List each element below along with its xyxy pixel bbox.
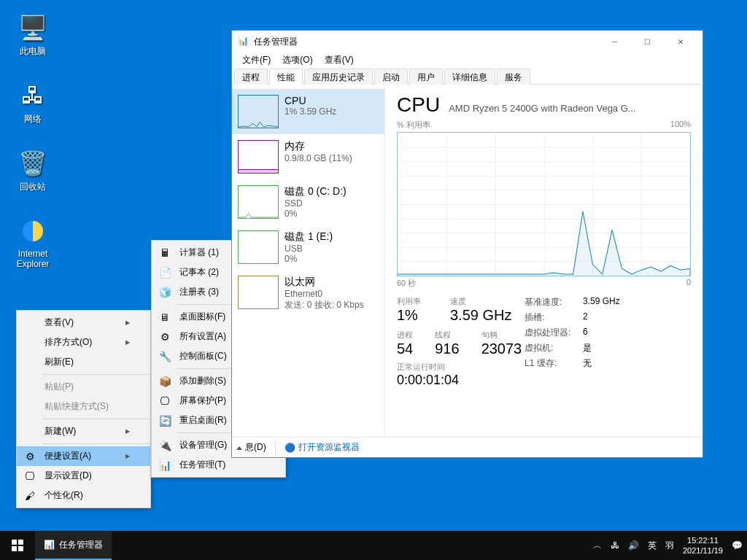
cpu-speed: 3.59 GHz	[450, 307, 511, 324]
separator	[42, 374, 150, 375]
tabs: 进程 性能 应用历史记录 启动 用户 详细信息 服务	[234, 68, 700, 85]
desktop-icon-ie[interactable]: Internet Explorer	[7, 217, 58, 269]
package-icon: 📦	[159, 376, 171, 387]
sidebar-item-disk0[interactable]: 磁盘 0 (C: D:)SSD0%	[232, 179, 384, 225]
desktop-icon: 🖥	[159, 311, 171, 323]
maximize-button[interactable]: ☐	[631, 31, 664, 52]
menu-item-quick-settings[interactable]: ⚙便捷设置(A)▶	[17, 446, 150, 466]
task-manager-window: 📊 任务管理器 ─ ☐ ✕ 文件(F) 选项(O) 查看(V) 进程 性能 应用…	[231, 30, 703, 458]
monitor-icon: 🖥️	[18, 13, 47, 42]
submenu-task-manager[interactable]: 📊任务管理(T)	[152, 455, 285, 475]
app-icon: 📊	[44, 540, 55, 550]
desktop-context-menu: 查看(V)▶ 排序方式(O)▶ 刷新(E) 粘贴(P) 粘贴快捷方式(S) 新建…	[16, 310, 151, 508]
volume-tray-icon[interactable]: 🔊	[628, 540, 639, 551]
app-icon: 📊	[238, 36, 249, 47]
open-resource-monitor-link[interactable]: 🔵打开资源监视器	[285, 441, 360, 454]
separator	[42, 419, 150, 419]
menu-item-sort[interactable]: 排序方式(O)▶	[17, 332, 150, 352]
tab-startup[interactable]: 启动	[374, 69, 408, 85]
tab-processes[interactable]: 进程	[234, 69, 268, 85]
cpu-utilization: 1%	[397, 307, 421, 324]
tab-performance[interactable]: 性能	[269, 69, 303, 85]
performance-sidebar: CPU1% 3.59 GHz 内存0.9/8.0 GB (11%) 磁盘 0 (…	[232, 85, 385, 437]
chevron-right-icon: ▶	[125, 339, 130, 346]
monitor-icon: 🔵	[285, 443, 295, 453]
ime-indicator[interactable]: 英	[648, 540, 657, 552]
menu-options[interactable]: 选项(O)	[276, 52, 318, 68]
desktop-icon-recycle-bin[interactable]: 🗑️ 回收站	[7, 149, 58, 193]
brush-icon: 🖌	[24, 490, 36, 502]
performance-main: CPU AMD Ryzen 5 2400G with Radeon Vega G…	[385, 85, 703, 437]
x-label-left: 60 秒	[397, 278, 416, 289]
monitor-icon: 🖵	[24, 470, 36, 482]
menu-file[interactable]: 文件(F)	[236, 52, 276, 68]
panel-icon: 🔧	[159, 351, 171, 362]
taskbar-item-task-manager[interactable]: 📊 任务管理器	[35, 531, 112, 560]
tab-users[interactable]: 用户	[409, 69, 443, 85]
separator	[275, 441, 276, 454]
ie-icon	[18, 217, 47, 246]
chevron-right-icon: ▶	[125, 428, 130, 435]
mini-graph-cpu	[238, 95, 279, 128]
menu-item-paste: 粘贴(P)	[17, 377, 150, 397]
menu-item-view[interactable]: 查看(V)▶	[17, 313, 150, 332]
device-icon: 🔌	[159, 440, 171, 451]
tab-details[interactable]: 详细信息	[444, 69, 495, 85]
network-tray-icon[interactable]: 🖧	[611, 540, 619, 551]
screen-icon: 🖵	[159, 395, 171, 407]
ime-indicator-2[interactable]: 羽	[665, 540, 674, 552]
tab-services[interactable]: 服务	[497, 69, 530, 85]
desktop-icon-label: 回收站	[7, 181, 58, 193]
mini-graph-ethernet	[238, 276, 279, 309]
menubar: 文件(F) 选项(O) 查看(V)	[232, 52, 703, 68]
titlebar[interactable]: 📊 任务管理器 ─ ☐ ✕	[232, 31, 703, 52]
thread-count: 916	[435, 341, 459, 357]
sidebar-item-ethernet[interactable]: 以太网Ethernet0发送: 0 接收: 0 Kbps	[232, 270, 384, 317]
menu-item-personalize[interactable]: 🖌个性化(R)	[17, 486, 150, 505]
cpu-usage-graph[interactable]	[397, 132, 691, 276]
sidebar-item-memory[interactable]: 内存0.9/8.0 GB (11%)	[232, 134, 384, 179]
trash-icon: 🗑️	[18, 149, 47, 178]
minimize-button[interactable]: ─	[598, 31, 631, 52]
brief-toggle[interactable]: 息(D)	[236, 441, 266, 454]
statusbar: 息(D) 🔵打开资源监视器	[232, 437, 703, 457]
mini-graph-disk0	[238, 185, 279, 219]
window-title: 任务管理器	[254, 36, 298, 48]
sidebar-item-disk1[interactable]: 磁盘 1 (E:)USB0%	[232, 225, 384, 270]
clock[interactable]: 15:22:11 2021/11/19	[683, 535, 723, 556]
menu-item-refresh[interactable]: 刷新(E)	[17, 352, 150, 372]
tray-overflow-button[interactable]: ︿	[593, 540, 602, 552]
menu-item-new[interactable]: 新建(W)▶	[17, 421, 150, 441]
desktop-icon-label: 此电脑	[7, 45, 58, 58]
task-icon: 📊	[159, 459, 171, 471]
calculator-icon: 🖩	[159, 247, 171, 259]
y-label-right: 100%	[670, 120, 691, 131]
action-center-icon[interactable]: 💬	[732, 540, 743, 551]
chevron-up-icon	[236, 446, 242, 450]
x-label-right: 0	[686, 278, 691, 289]
resource-title: CPU	[397, 93, 440, 117]
network-icon: 🖧	[18, 81, 47, 110]
menu-item-display-settings[interactable]: 🖵显示设置(D)	[17, 466, 150, 486]
registry-icon: 🧊	[159, 287, 171, 298]
chevron-right-icon: ▶	[125, 319, 130, 326]
menu-view[interactable]: 查看(V)	[319, 52, 360, 68]
process-count: 54	[397, 341, 413, 357]
mini-graph-memory	[238, 140, 279, 174]
svg-rect-1	[12, 540, 17, 545]
close-button[interactable]: ✕	[664, 31, 697, 52]
desktop-icon-this-pc[interactable]: 🖥️ 此电脑	[7, 13, 58, 58]
taskbar: 📊 任务管理器 ︿ 🖧 🔊 英 羽 15:22:11 2021/11/19 💬	[0, 531, 747, 560]
system-tray: ︿ 🖧 🔊 英 羽 15:22:11 2021/11/19 💬	[593, 531, 747, 560]
start-button[interactable]	[0, 531, 35, 560]
mini-graph-disk1	[238, 230, 279, 264]
handle-count: 23073	[481, 341, 522, 357]
desktop-icon-network[interactable]: 🖧 网络	[7, 81, 58, 125]
sidebar-item-cpu[interactable]: CPU1% 3.59 GHz	[232, 89, 384, 134]
tab-app-history[interactable]: 应用历史记录	[304, 69, 373, 85]
gear-icon: ⚙	[24, 451, 36, 462]
chevron-right-icon: ▶	[125, 453, 130, 459]
uptime: 0:00:01:04	[397, 373, 691, 388]
separator	[42, 443, 150, 444]
note-icon: 📄	[159, 267, 171, 279]
